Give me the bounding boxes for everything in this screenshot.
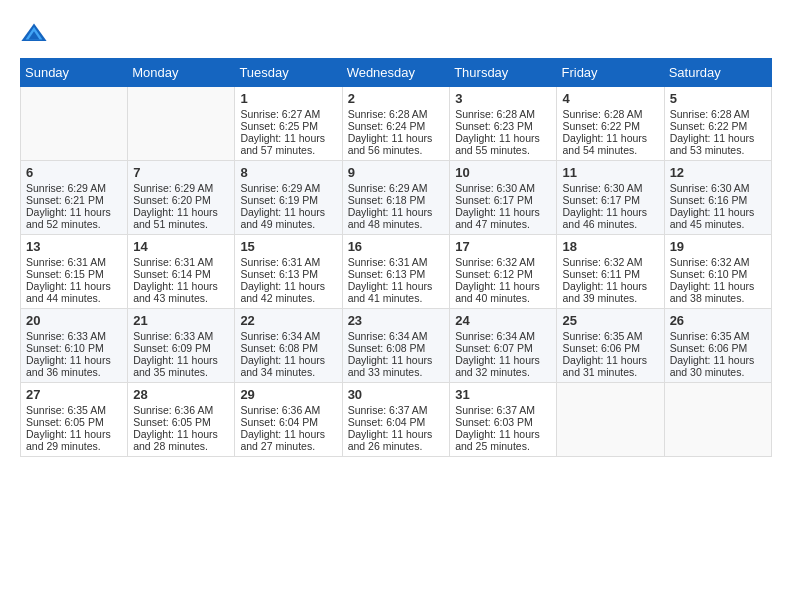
calendar-cell: 5Sunrise: 6:28 AMSunset: 6:22 PMDaylight… <box>664 87 771 161</box>
calendar-cell: 6Sunrise: 6:29 AMSunset: 6:21 PMDaylight… <box>21 161 128 235</box>
daylight-text: Daylight: 11 hours and 42 minutes. <box>240 280 325 304</box>
sunrise-text: Sunrise: 6:36 AM <box>133 404 213 416</box>
calendar-cell: 20Sunrise: 6:33 AMSunset: 6:10 PMDayligh… <box>21 309 128 383</box>
daylight-text: Daylight: 11 hours and 51 minutes. <box>133 206 218 230</box>
calendar-cell: 9Sunrise: 6:29 AMSunset: 6:18 PMDaylight… <box>342 161 450 235</box>
sunrise-text: Sunrise: 6:32 AM <box>562 256 642 268</box>
day-number: 22 <box>240 313 336 328</box>
sunset-text: Sunset: 6:19 PM <box>240 194 318 206</box>
day-number: 2 <box>348 91 445 106</box>
day-number: 14 <box>133 239 229 254</box>
daylight-text: Daylight: 11 hours and 47 minutes. <box>455 206 540 230</box>
daylight-text: Daylight: 11 hours and 53 minutes. <box>670 132 755 156</box>
calendar-week-row: 6Sunrise: 6:29 AMSunset: 6:21 PMDaylight… <box>21 161 772 235</box>
sunset-text: Sunset: 6:24 PM <box>348 120 426 132</box>
daylight-text: Daylight: 11 hours and 36 minutes. <box>26 354 111 378</box>
calendar-cell: 27Sunrise: 6:35 AMSunset: 6:05 PMDayligh… <box>21 383 128 457</box>
day-number: 10 <box>455 165 551 180</box>
day-number: 19 <box>670 239 766 254</box>
daylight-text: Daylight: 11 hours and 25 minutes. <box>455 428 540 452</box>
calendar-week-row: 1Sunrise: 6:27 AMSunset: 6:25 PMDaylight… <box>21 87 772 161</box>
daylight-text: Daylight: 11 hours and 46 minutes. <box>562 206 647 230</box>
daylight-text: Daylight: 11 hours and 35 minutes. <box>133 354 218 378</box>
sunrise-text: Sunrise: 6:29 AM <box>133 182 213 194</box>
sunset-text: Sunset: 6:15 PM <box>26 268 104 280</box>
daylight-text: Daylight: 11 hours and 29 minutes. <box>26 428 111 452</box>
daylight-text: Daylight: 11 hours and 45 minutes. <box>670 206 755 230</box>
sunset-text: Sunset: 6:23 PM <box>455 120 533 132</box>
calendar-week-row: 27Sunrise: 6:35 AMSunset: 6:05 PMDayligh… <box>21 383 772 457</box>
day-number: 17 <box>455 239 551 254</box>
calendar-cell: 16Sunrise: 6:31 AMSunset: 6:13 PMDayligh… <box>342 235 450 309</box>
sunset-text: Sunset: 6:08 PM <box>348 342 426 354</box>
day-number: 23 <box>348 313 445 328</box>
calendar-cell: 1Sunrise: 6:27 AMSunset: 6:25 PMDaylight… <box>235 87 342 161</box>
sunset-text: Sunset: 6:10 PM <box>670 268 748 280</box>
sunrise-text: Sunrise: 6:28 AM <box>562 108 642 120</box>
day-number: 12 <box>670 165 766 180</box>
day-header-friday: Friday <box>557 59 664 87</box>
daylight-text: Daylight: 11 hours and 30 minutes. <box>670 354 755 378</box>
daylight-text: Daylight: 11 hours and 48 minutes. <box>348 206 433 230</box>
sunset-text: Sunset: 6:25 PM <box>240 120 318 132</box>
daylight-text: Daylight: 11 hours and 41 minutes. <box>348 280 433 304</box>
calendar-week-row: 13Sunrise: 6:31 AMSunset: 6:15 PMDayligh… <box>21 235 772 309</box>
sunset-text: Sunset: 6:20 PM <box>133 194 211 206</box>
day-number: 3 <box>455 91 551 106</box>
day-number: 6 <box>26 165 122 180</box>
calendar-cell: 2Sunrise: 6:28 AMSunset: 6:24 PMDaylight… <box>342 87 450 161</box>
daylight-text: Daylight: 11 hours and 43 minutes. <box>133 280 218 304</box>
sunset-text: Sunset: 6:10 PM <box>26 342 104 354</box>
sunrise-text: Sunrise: 6:31 AM <box>133 256 213 268</box>
day-number: 27 <box>26 387 122 402</box>
day-number: 24 <box>455 313 551 328</box>
calendar-cell <box>128 87 235 161</box>
calendar-cell: 22Sunrise: 6:34 AMSunset: 6:08 PMDayligh… <box>235 309 342 383</box>
daylight-text: Daylight: 11 hours and 52 minutes. <box>26 206 111 230</box>
day-number: 31 <box>455 387 551 402</box>
daylight-text: Daylight: 11 hours and 38 minutes. <box>670 280 755 304</box>
calendar-cell: 21Sunrise: 6:33 AMSunset: 6:09 PMDayligh… <box>128 309 235 383</box>
sunrise-text: Sunrise: 6:34 AM <box>240 330 320 342</box>
sunset-text: Sunset: 6:21 PM <box>26 194 104 206</box>
sunrise-text: Sunrise: 6:35 AM <box>670 330 750 342</box>
sunrise-text: Sunrise: 6:34 AM <box>348 330 428 342</box>
daylight-text: Daylight: 11 hours and 27 minutes. <box>240 428 325 452</box>
day-number: 15 <box>240 239 336 254</box>
sunset-text: Sunset: 6:11 PM <box>562 268 640 280</box>
page-header <box>20 20 772 48</box>
day-number: 4 <box>562 91 658 106</box>
sunset-text: Sunset: 6:17 PM <box>455 194 533 206</box>
daylight-text: Daylight: 11 hours and 28 minutes. <box>133 428 218 452</box>
calendar-cell: 29Sunrise: 6:36 AMSunset: 6:04 PMDayligh… <box>235 383 342 457</box>
sunset-text: Sunset: 6:22 PM <box>562 120 640 132</box>
calendar-cell: 13Sunrise: 6:31 AMSunset: 6:15 PMDayligh… <box>21 235 128 309</box>
day-number: 21 <box>133 313 229 328</box>
day-number: 29 <box>240 387 336 402</box>
sunrise-text: Sunrise: 6:31 AM <box>26 256 106 268</box>
day-number: 7 <box>133 165 229 180</box>
sunset-text: Sunset: 6:05 PM <box>26 416 104 428</box>
daylight-text: Daylight: 11 hours and 31 minutes. <box>562 354 647 378</box>
day-number: 20 <box>26 313 122 328</box>
day-number: 9 <box>348 165 445 180</box>
calendar-cell: 31Sunrise: 6:37 AMSunset: 6:03 PMDayligh… <box>450 383 557 457</box>
calendar-cell: 8Sunrise: 6:29 AMSunset: 6:19 PMDaylight… <box>235 161 342 235</box>
day-number: 30 <box>348 387 445 402</box>
day-number: 8 <box>240 165 336 180</box>
calendar-cell: 18Sunrise: 6:32 AMSunset: 6:11 PMDayligh… <box>557 235 664 309</box>
day-header-thursday: Thursday <box>450 59 557 87</box>
sunrise-text: Sunrise: 6:33 AM <box>26 330 106 342</box>
sunrise-text: Sunrise: 6:32 AM <box>455 256 535 268</box>
sunset-text: Sunset: 6:13 PM <box>240 268 318 280</box>
sunrise-text: Sunrise: 6:30 AM <box>562 182 642 194</box>
sunset-text: Sunset: 6:14 PM <box>133 268 211 280</box>
sunset-text: Sunset: 6:05 PM <box>133 416 211 428</box>
sunset-text: Sunset: 6:12 PM <box>455 268 533 280</box>
logo-icon <box>20 20 48 48</box>
calendar-cell: 10Sunrise: 6:30 AMSunset: 6:17 PMDayligh… <box>450 161 557 235</box>
sunrise-text: Sunrise: 6:35 AM <box>26 404 106 416</box>
sunrise-text: Sunrise: 6:28 AM <box>455 108 535 120</box>
sunset-text: Sunset: 6:06 PM <box>670 342 748 354</box>
day-number: 18 <box>562 239 658 254</box>
